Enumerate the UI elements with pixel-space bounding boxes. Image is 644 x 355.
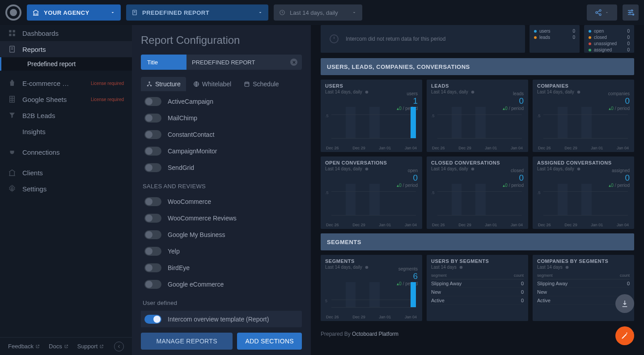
sidebar-item-sheets[interactable]: Google Sheets License required bbox=[0, 91, 132, 107]
chart-icon bbox=[8, 127, 16, 135]
chart-closed: .5 bbox=[431, 184, 524, 222]
settings-button[interactable] bbox=[623, 4, 639, 21]
report-preview[interactable]: Intercom did not return data for this pe… bbox=[311, 25, 644, 355]
sidebar-item-ecommerce[interactable]: E-commerce … License required bbox=[0, 75, 132, 91]
funnel-icon bbox=[8, 111, 16, 119]
chevron-down-icon bbox=[258, 10, 263, 15]
tab-schedule[interactable]: Schedule bbox=[238, 77, 284, 91]
card-companies: COMPANIES Last 14 days, daily companies0… bbox=[533, 80, 634, 152]
gear-icon bbox=[8, 185, 16, 193]
report-label: PREDEFINED REPORT bbox=[142, 9, 209, 16]
toggle[interactable] bbox=[144, 163, 161, 172]
svg-point-23 bbox=[577, 167, 580, 170]
bag-icon bbox=[8, 79, 16, 87]
gear-icon[interactable] bbox=[565, 265, 569, 270]
agency-selector[interactable]: YOUR AGENCY bbox=[27, 4, 121, 21]
card-users: USERS Last 14 days, daily users1▴0 / per… bbox=[321, 80, 422, 152]
toggle[interactable] bbox=[144, 280, 161, 289]
calendar-icon bbox=[244, 81, 250, 87]
chart-assigned: .5 bbox=[537, 184, 630, 222]
toggle[interactable] bbox=[144, 147, 161, 156]
chart-users: .5 bbox=[325, 107, 418, 145]
toggle[interactable] bbox=[144, 114, 161, 123]
docs-link[interactable]: Docs bbox=[49, 343, 68, 350]
sidebar-item-reports[interactable]: Reports bbox=[0, 41, 132, 57]
tab-structure[interactable]: Structure bbox=[141, 77, 186, 91]
card-open-conv: OPEN CONVERSATIONS Last 14 days, daily o… bbox=[321, 156, 422, 229]
sidebar-item-label: Insights bbox=[22, 128, 46, 135]
sidebar-item-connections[interactable]: Connections bbox=[0, 144, 132, 160]
gear-icon[interactable] bbox=[364, 167, 369, 171]
gear-icon[interactable] bbox=[459, 265, 463, 270]
toggle-row-sendgrid: SendGrid bbox=[141, 159, 300, 176]
sidebar-item-clients[interactable]: Clients bbox=[0, 165, 132, 181]
card-leads: LEADS Last 14 days, daily leads0▴0 / per… bbox=[427, 80, 528, 152]
title-input[interactable]: PREDEFINED REPORT bbox=[186, 55, 302, 70]
title-label: Title bbox=[141, 55, 186, 70]
card-users-by-segments: USERS BY SEGMENTS Last 14 days segmentco… bbox=[427, 255, 528, 321]
chevron-down-icon bbox=[605, 10, 609, 15]
support-link[interactable]: Support bbox=[77, 343, 104, 350]
preview-footer: Prepared By Octoboard Platform Page 3 bbox=[311, 325, 644, 337]
chart-open: .5 bbox=[325, 184, 418, 222]
toggle[interactable] bbox=[144, 230, 161, 239]
svg-point-21 bbox=[365, 167, 368, 170]
svg-point-20 bbox=[577, 90, 580, 93]
add-sections-button[interactable]: ADD SECTIONS bbox=[237, 333, 302, 350]
gear-icon[interactable] bbox=[364, 265, 369, 270]
feedback-link[interactable]: Feedback bbox=[8, 343, 40, 350]
toggle[interactable] bbox=[144, 263, 161, 272]
manage-reports-button[interactable]: MANAGE REPORTS bbox=[141, 333, 233, 350]
toggle-list[interactable]: ActiveCampaign MailChimp ConstantContact… bbox=[141, 93, 302, 327]
gear-icon[interactable] bbox=[364, 90, 369, 94]
collapse-sidebar-button[interactable] bbox=[114, 342, 124, 351]
topbar: YOUR AGENCY PREDEFINED REPORT Last 14 da… bbox=[0, 0, 644, 25]
sidebar-item-b2bleads[interactable]: B2B Leads bbox=[0, 107, 132, 123]
toggle-row-intercom: Intercom overview template (Report) bbox=[141, 311, 302, 327]
share-button[interactable] bbox=[587, 4, 617, 21]
license-badge: License required bbox=[91, 97, 124, 102]
group-userdefined: User defined bbox=[141, 292, 300, 310]
toggle[interactable] bbox=[144, 214, 161, 223]
tab-whitelabel[interactable]: Whitelabel bbox=[188, 77, 237, 91]
clear-title-button[interactable] bbox=[290, 59, 297, 66]
svg-point-11 bbox=[11, 188, 13, 190]
sidebar-item-insights[interactable]: Insights bbox=[0, 123, 132, 139]
app-logo bbox=[5, 4, 21, 21]
edit-fab[interactable] bbox=[615, 326, 634, 345]
gear-icon[interactable] bbox=[470, 90, 475, 94]
legend-widget-1: users0 leads0 bbox=[530, 25, 580, 53]
toggle-row-gmb: Google My Business bbox=[141, 226, 300, 243]
sidebar-item-dashboards[interactable]: Dashboards bbox=[0, 25, 132, 41]
warning-text: Intercom did not return data for this pe… bbox=[346, 36, 445, 42]
sidebar-item-label: Settings bbox=[22, 185, 47, 193]
sidebar-sub-predefined[interactable]: Predefined report bbox=[0, 57, 132, 71]
sidebar-item-label: Clients bbox=[22, 169, 43, 177]
report-icon bbox=[8, 45, 16, 53]
card-assigned-conv: ASSIGNED CONVERSATIONS Last 14 days, dai… bbox=[533, 156, 634, 229]
sidebar-item-settings[interactable]: Settings bbox=[0, 181, 132, 197]
report-selector[interactable]: PREDEFINED REPORT bbox=[126, 4, 268, 21]
daterange-selector[interactable]: Last 14 days, daily bbox=[274, 4, 362, 21]
sidebar-footer: Feedback Docs Support bbox=[0, 337, 132, 355]
toggle-row-birdeye: BirdEye bbox=[141, 259, 300, 276]
gear-icon[interactable] bbox=[470, 167, 475, 171]
svg-point-3 bbox=[629, 12, 631, 13]
toggle[interactable] bbox=[144, 315, 161, 324]
gear-icon[interactable] bbox=[576, 90, 581, 94]
download-fab[interactable] bbox=[615, 294, 634, 313]
section-header-2: SEGMENTS bbox=[321, 233, 634, 250]
toggle[interactable] bbox=[144, 197, 161, 206]
svg-point-12 bbox=[148, 81, 150, 83]
gear-icon[interactable] bbox=[576, 167, 581, 171]
structure-icon bbox=[146, 81, 153, 87]
daterange-label: Last 14 days, daily bbox=[290, 9, 338, 16]
globe-icon bbox=[193, 81, 199, 87]
toggle[interactable] bbox=[144, 247, 161, 256]
toggle[interactable] bbox=[144, 97, 161, 106]
sidebar: Dashboards Reports Predefined report E-c… bbox=[0, 25, 132, 355]
title-field: Title PREDEFINED REPORT bbox=[141, 55, 302, 70]
toggle[interactable] bbox=[144, 130, 161, 139]
download-icon bbox=[621, 300, 629, 308]
sidebar-item-label: Connections bbox=[22, 148, 59, 156]
